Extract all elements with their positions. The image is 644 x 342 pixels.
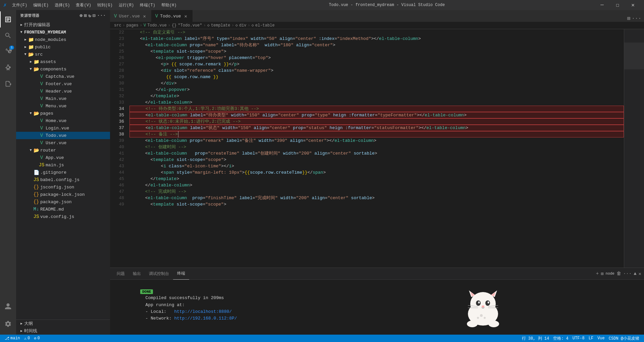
tab-close-todo-icon[interactable]: ✕: [183, 13, 189, 19]
activity-extensions[interactable]: [0, 76, 16, 92]
sidebar-item-gitignore[interactable]: ▶ 📄 .gitignore: [16, 169, 110, 176]
collapse-all-icon[interactable]: ⊟: [93, 13, 96, 18]
activity-explorer[interactable]: [0, 11, 16, 27]
sidebar-item-babel-config[interactable]: ▶ JS babel.config.js: [16, 176, 110, 183]
sidebar-item-pages[interactable]: ▶ 📂 pages: [16, 110, 110, 117]
sidebar-item-frontend-mydream[interactable]: ▶ FRONTEND_MYDREAM: [16, 28, 110, 36]
breadcrumb-todo-vue-string[interactable]: "Todo.vue": [178, 23, 202, 28]
menu-terminal[interactable]: 终端(T): [137, 2, 158, 9]
code-line-40: <!-- 创建时间 -->: [129, 144, 624, 150]
sidebar-item-assets[interactable]: ▶ 📁 assets: [16, 58, 110, 65]
code-line-32: </template>: [129, 93, 624, 99]
panel-tab-output[interactable]: 输出: [129, 268, 145, 280]
sidebar-item-package-lock[interactable]: ▶ {} package-lock.json: [16, 191, 110, 198]
new-terminal-icon[interactable]: +: [596, 271, 599, 276]
code-line-48: <el-table-column prop="finishTime" label…: [129, 195, 624, 201]
split-editor-icon[interactable]: ⊞: [627, 15, 631, 22]
panel-tab-terminal[interactable]: 终端: [173, 268, 189, 280]
status-encoding[interactable]: UTF-8: [571, 335, 587, 342]
sidebar-item-captcha-vue[interactable]: ▶ V Captcha.vue: [16, 73, 110, 80]
breadcrumb-template[interactable]: template: [211, 23, 230, 28]
sidebar-item-header-vue[interactable]: ▶ V Header.vue: [16, 88, 110, 95]
maximize-panel-icon[interactable]: ▲: [634, 271, 636, 276]
status-language[interactable]: Vue: [595, 335, 607, 342]
status-cursor-position[interactable]: 行 38, 列 14: [520, 335, 551, 342]
sidebar-item-open-editors[interactable]: ▶ 打开的编辑器: [16, 21, 110, 28]
maximize-button[interactable]: ☐: [610, 0, 625, 10]
status-errors[interactable]: ⚠ 0: [22, 335, 32, 342]
sidebar-item-main-vue[interactable]: ▶ V Main.vue: [16, 95, 110, 102]
sidebar-item-readme[interactable]: ▶ M↓ README.md: [16, 206, 110, 213]
sidebar-item-home-vue[interactable]: ▶ V Home.vue: [16, 117, 110, 124]
panel-tab-problems[interactable]: 问题: [113, 268, 129, 280]
menu-bar[interactable]: 文件(F) 编辑(E) 选择(S) 查看(V) 转到(G) 运行(R) 终端(T…: [9, 2, 179, 9]
vscode-logo-icon: ✗: [3, 2, 7, 8]
sidebar-item-outline[interactable]: ▶ 大纲: [16, 320, 110, 327]
new-folder-icon[interactable]: ⊞: [84, 13, 87, 18]
activity-search[interactable]: [0, 27, 16, 44]
menu-run[interactable]: 运行(R): [116, 2, 137, 9]
tab-close-icon[interactable]: ✕: [142, 13, 147, 19]
close-button[interactable]: ✕: [625, 0, 641, 10]
sidebar-item-menu-vue[interactable]: ▶ V Menu.vue: [16, 102, 110, 110]
terminal-content[interactable]: DONE Compiled successfully in 209ms App …: [110, 280, 644, 335]
sidebar-item-node-modules[interactable]: ▶ 📁 node_modules: [16, 36, 110, 43]
file-tree[interactable]: ▶ 打开的编辑器 ▶ FRONTEND_MYDREAM ▶ 📁 node_mod…: [16, 21, 110, 320]
sidebar-item-footer-vue[interactable]: ▶ V Footer.vue: [16, 80, 110, 88]
status-spaces[interactable]: 空格: 4: [551, 335, 571, 342]
status-branch[interactable]: ⎇ main: [3, 335, 22, 342]
activity-scm[interactable]: 1: [0, 44, 16, 60]
activity-account[interactable]: [0, 298, 16, 315]
sidebar-item-login-vue[interactable]: ▶ V Login.vue: [16, 124, 110, 132]
panel-tab-debug[interactable]: 调试控制台: [145, 268, 173, 280]
line-41: 41: [110, 150, 124, 157]
menu-file[interactable]: 文件(F): [9, 2, 30, 9]
close-panel-icon[interactable]: ✕: [639, 271, 641, 277]
activity-debug[interactable]: [0, 60, 16, 76]
more-panel-icon[interactable]: ···: [623, 271, 632, 276]
breadcrumb-eltable[interactable]: el-table: [255, 23, 275, 28]
window-controls[interactable]: ― ☐ ✕: [594, 0, 641, 10]
sidebar-item-components[interactable]: ▶ 📂 components: [16, 65, 110, 73]
tab-user-vue[interactable]: V User.vue ✕: [110, 10, 151, 22]
sidebar-item-public[interactable]: ▶ 📁 public: [16, 43, 110, 51]
sidebar-item-main-js[interactable]: ▶ JS main.js: [16, 161, 110, 169]
breadcrumb-template-icon: ◇: [207, 23, 210, 28]
sidebar-header-actions[interactable]: ⊕ ⊞ ↻ ⊟ ···: [80, 13, 106, 18]
refresh-icon[interactable]: ↻: [88, 13, 91, 18]
split-terminal-icon[interactable]: ⊞: [601, 271, 603, 277]
breadcrumb-div[interactable]: div: [239, 23, 247, 28]
more-tabs-icon[interactable]: ···: [632, 15, 641, 21]
sidebar-item-todo-vue[interactable]: ▶ V Todo.vue: [16, 132, 110, 139]
menu-view[interactable]: 查看(V): [73, 2, 94, 9]
menu-help[interactable]: 帮助(H): [159, 2, 179, 9]
sidebar-item-jsconfig[interactable]: ▶ {} jsconfig.json: [16, 183, 110, 191]
menu-goto[interactable]: 转到(G): [95, 2, 115, 9]
breadcrumb-pages[interactable]: pages: [126, 23, 139, 28]
breadcrumb-div-icon: ◇: [235, 23, 238, 28]
kill-terminal-icon[interactable]: 🗑: [616, 271, 621, 276]
sidebar-item-package-json[interactable]: ▶ {} package.json: [16, 198, 110, 206]
sidebar-item-timeline[interactable]: ▶ 时间线: [16, 327, 110, 335]
line-48: 48: [110, 195, 124, 201]
code-line-33: </el-table-column>: [129, 99, 624, 106]
activity-settings[interactable]: [0, 316, 16, 332]
code-editor[interactable]: <!-- 自定义索引 --> <el-table-column label="序…: [127, 29, 624, 268]
new-file-icon[interactable]: ⊕: [80, 13, 83, 18]
status-eol[interactable]: LF: [587, 335, 595, 342]
breadcrumb-todo-vue[interactable]: Todo.vue: [147, 23, 167, 28]
sidebar-item-router[interactable]: ▶ 📂 router: [16, 147, 110, 154]
menu-select[interactable]: 选择(S): [52, 2, 73, 9]
breadcrumb-src[interactable]: src: [114, 23, 121, 28]
sidebar-item-vue-config[interactable]: ▶ JS vue.config.js: [16, 213, 110, 220]
tab-todo-vue[interactable]: V Todo.vue ✕: [151, 10, 193, 22]
sidebar-item-app-vue[interactable]: ▶ V App.vue: [16, 154, 110, 161]
status-bar: ⎇ main ⚠ 0 ⊘ 0 行 38, 列 14 空格: 4 UTF-8 LF…: [0, 335, 644, 342]
sidebar-item-user-vue[interactable]: ▶ V User.vue: [16, 139, 110, 147]
sidebar-item-src[interactable]: ▶ 📂 src: [16, 51, 110, 58]
menu-edit[interactable]: 编辑(E): [31, 2, 51, 9]
minimize-button[interactable]: ―: [594, 0, 610, 10]
more-actions-icon[interactable]: ···: [97, 13, 106, 18]
status-warnings[interactable]: ⊘ 0: [32, 335, 42, 342]
main-vue-label: Main.vue: [46, 96, 66, 101]
